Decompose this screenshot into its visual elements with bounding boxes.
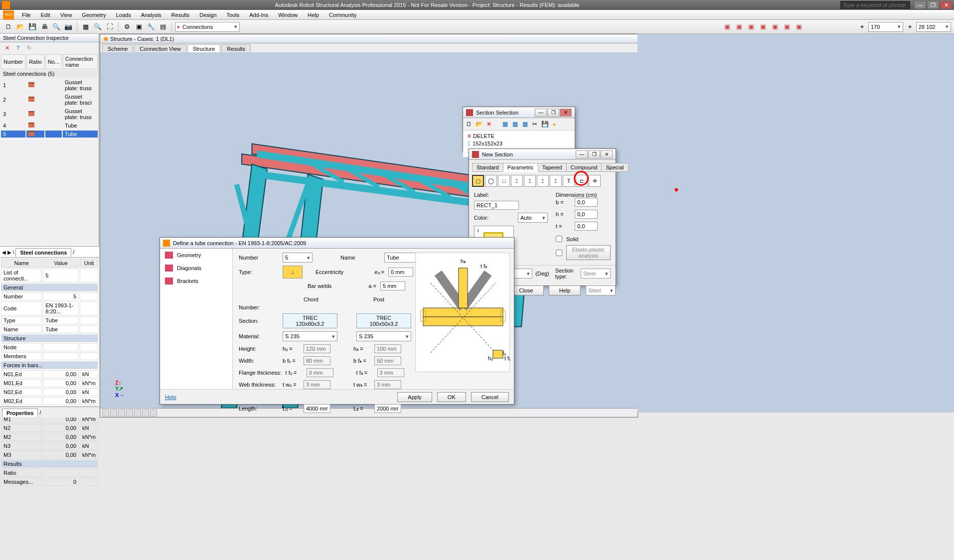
dlg-maximize[interactable]: ❐: [588, 150, 600, 158]
ss-open-icon[interactable]: 📂: [475, 120, 483, 128]
table-row-selected[interactable]: 5Tube: [1, 131, 98, 138]
shape-t[interactable]: T: [563, 175, 575, 187]
chord-section-button[interactable]: TREC 120x80x3.2: [283, 313, 337, 328]
section-type-combo[interactable]: Steel: [581, 269, 611, 279]
tab-special[interactable]: Special: [601, 163, 628, 172]
sb-icon[interactable]: [142, 410, 149, 417]
coord-input-1[interactable]: 170: [868, 22, 903, 32]
preview-icon[interactable]: 🔍: [51, 21, 62, 32]
steel-connections-tab[interactable]: Steel connections: [15, 248, 71, 257]
col-number[interactable]: Number: [1, 54, 25, 69]
sb-icon[interactable]: [150, 410, 157, 417]
number-combo[interactable]: 5: [283, 253, 313, 263]
zoom-fit-icon[interactable]: ⛶: [104, 21, 115, 32]
shape-square[interactable]: □: [498, 175, 510, 187]
window-minimize[interactable]: —: [914, 1, 926, 9]
shape-c[interactable]: ⊏: [576, 175, 588, 187]
menu-window[interactable]: Window: [273, 12, 303, 18]
barwelds-input[interactable]: [380, 281, 405, 290]
menu-loads[interactable]: Loads: [111, 12, 136, 18]
window-close[interactable]: ✕: [940, 1, 952, 9]
menu-geometry[interactable]: Geometry: [77, 12, 111, 18]
menu-file[interactable]: File: [17, 12, 36, 18]
menu-view[interactable]: View: [55, 12, 77, 18]
col-connname[interactable]: Connection name: [63, 54, 98, 69]
L3-input[interactable]: [374, 404, 401, 413]
dlg-maximize[interactable]: ❐: [547, 109, 559, 117]
properties-tab[interactable]: Properties: [2, 409, 38, 417]
t-input[interactable]: [575, 222, 598, 231]
coord-picker-2-icon[interactable]: ⌖: [904, 21, 915, 32]
ss-grid2-icon[interactable]: ▦: [511, 120, 519, 128]
solid-checkbox[interactable]: [556, 236, 562, 242]
elasto-checkbox[interactable]: [556, 250, 562, 256]
tab-standard[interactable]: Standard: [472, 163, 503, 172]
chord-material-combo[interactable]: S 235: [283, 331, 337, 341]
conn-tool-6-icon[interactable]: ▣: [782, 21, 793, 32]
h-input[interactable]: [575, 210, 598, 219]
wrench-icon[interactable]: 🔧: [146, 21, 157, 32]
tab-compound[interactable]: Compound: [566, 163, 602, 172]
menu-results[interactable]: Results: [166, 12, 195, 18]
grid-icon[interactable]: ▦: [80, 21, 91, 32]
delete-icon[interactable]: ✕: [3, 44, 11, 52]
side-geometry[interactable]: Geometry: [160, 249, 232, 262]
apply-button[interactable]: Apply: [397, 392, 432, 402]
side-brackets[interactable]: Brackets: [160, 275, 232, 287]
sections-icon[interactable]: ▣: [134, 21, 145, 32]
dlg-close[interactable]: ✕: [560, 109, 572, 117]
L0-input[interactable]: [304, 404, 330, 413]
calc-icon[interactable]: ⚙: [122, 21, 133, 32]
eccentricity-input[interactable]: [388, 268, 413, 277]
print-icon[interactable]: 🖶: [39, 21, 50, 32]
sb-icon[interactable]: [102, 410, 109, 417]
conn-tool-5-icon[interactable]: ▣: [770, 21, 781, 32]
ss-flag-icon[interactable]: ▸: [551, 120, 559, 128]
shape-i2[interactable]: 𝙸: [524, 175, 536, 187]
menu-community[interactable]: Community: [324, 12, 362, 18]
ss-grid1-icon[interactable]: ▦: [501, 120, 509, 128]
zoom-icon[interactable]: 🔍: [92, 21, 103, 32]
table-icon[interactable]: ▤: [158, 21, 168, 32]
cancel-button[interactable]: Cancel: [471, 392, 509, 402]
help-icon[interactable]: ?: [14, 44, 22, 52]
dlg-minimize[interactable]: —: [576, 150, 588, 158]
post-material-combo[interactable]: S 235: [356, 331, 411, 341]
table-row[interactable]: 2Gusset plate: braci: [1, 93, 98, 107]
type-icon[interactable]: ⟂: [283, 266, 303, 279]
ss-cut-icon[interactable]: ✂: [531, 120, 539, 128]
table-row[interactable]: 3Gusset plate: truss: [1, 108, 98, 121]
conn-tool-1-icon[interactable]: ▣: [722, 21, 733, 32]
menu-help[interactable]: Help: [303, 12, 324, 18]
col-no[interactable]: No...: [45, 54, 62, 69]
save-icon[interactable]: 💾: [27, 21, 38, 32]
dlg-minimize[interactable]: —: [535, 109, 547, 117]
layout-combo[interactable]: ▸Connections: [175, 22, 240, 32]
shape-i1[interactable]: 𝙸: [511, 175, 523, 187]
menu-design[interactable]: Design: [194, 12, 221, 18]
shape-i3[interactable]: 𝙸: [537, 175, 549, 187]
tab-parametric[interactable]: Parametric: [503, 163, 538, 172]
b-input[interactable]: [575, 198, 598, 207]
menu-tools[interactable]: Tools: [222, 12, 245, 18]
dlg-close[interactable]: ✕: [601, 150, 613, 158]
open-icon[interactable]: 📂: [15, 21, 26, 32]
color-combo[interactable]: Auto: [518, 213, 548, 223]
section-type-combo-2[interactable]: Steel: [586, 285, 616, 295]
menu-edit[interactable]: Edit: [36, 12, 55, 18]
col-ratio[interactable]: Ratio: [26, 54, 44, 69]
screenshot-icon[interactable]: 📷: [63, 21, 74, 32]
menu-addins[interactable]: Add-Ins: [244, 12, 273, 18]
sb-icon[interactable]: [118, 410, 125, 417]
coord-picker-1-icon[interactable]: ⌖: [856, 21, 867, 32]
menu-analysis[interactable]: Analysis: [136, 12, 166, 18]
post-section-button[interactable]: TREC 100x50x3.2: [356, 313, 411, 328]
inspector-group[interactable]: Steel connections (5): [1, 70, 98, 78]
conn-tool-7-icon[interactable]: ▣: [794, 21, 804, 32]
ss-new-icon[interactable]: 🗋: [465, 120, 473, 128]
sb-icon[interactable]: [110, 410, 117, 417]
sb-icon[interactable]: [134, 410, 141, 417]
window-maximize[interactable]: ❐: [927, 1, 939, 9]
shape-rect-hollow[interactable]: ▢: [472, 175, 484, 187]
label-input[interactable]: [474, 201, 519, 210]
